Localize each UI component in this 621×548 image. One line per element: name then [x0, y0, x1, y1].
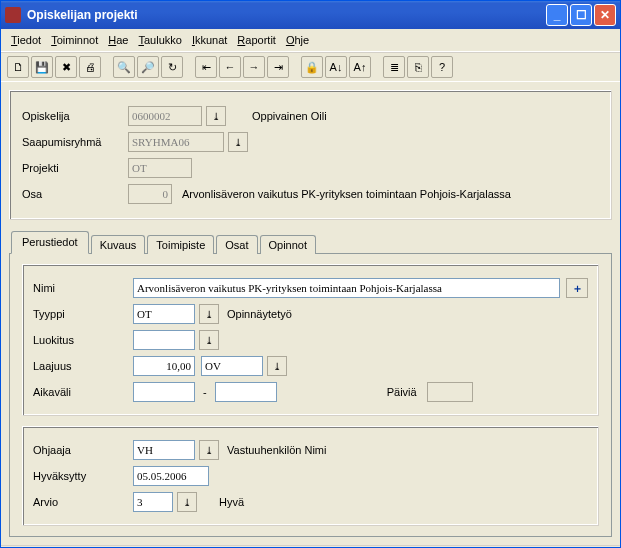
tyyppi-field[interactable] — [133, 304, 195, 324]
projekti-label: Projekti — [22, 162, 128, 174]
laajuus-field[interactable] — [133, 356, 195, 376]
nimi-field[interactable] — [133, 278, 560, 298]
aikavali-to-field[interactable] — [215, 382, 277, 402]
tb-first[interactable]: ⇤ — [195, 56, 217, 78]
tb-exit[interactable]: ⎘ — [407, 56, 429, 78]
tb-print[interactable]: 🖨 — [79, 56, 101, 78]
luokitus-field[interactable] — [133, 330, 195, 350]
evaluation-group: Ohjaaja ⤓ Vastuuhenkilön Nimi Hyväksytty… — [22, 426, 599, 526]
laajuus-label: Laajuus — [33, 360, 133, 372]
tab-perustiedot[interactable]: Perustiedot — [11, 231, 89, 254]
tab-toimipiste[interactable]: Toimipiste — [147, 235, 214, 254]
tb-delete[interactable]: ✖ — [55, 56, 77, 78]
tb-list[interactable]: ≣ — [383, 56, 405, 78]
aikavali-label: Aikaväli — [33, 386, 133, 398]
client-area: Opiskelija ⤓ Oppivainen Oili Saapumisryh… — [1, 82, 620, 545]
header-group: Opiskelija ⤓ Oppivainen Oili Saapumisryh… — [9, 90, 612, 220]
menu-ohje[interactable]: Ohje — [282, 32, 313, 48]
tab-panel-perustiedot: Nimi ＋ Tyyppi ⤓ Opinnäytetyö Luokitus ⤓ … — [9, 253, 612, 537]
menu-tiedot-label: iedot — [17, 34, 41, 46]
toolbar: 🗋 💾 ✖ 🖨 🔍 🔎 ↻ ⇤ ← → ⇥ 🔒 A↓ A↑ ≣ ⎘ ? — [1, 52, 620, 82]
tb-help[interactable]: ? — [431, 56, 453, 78]
laajuus-unit-lookup-button[interactable]: ⤓ — [267, 356, 287, 376]
menu-taulukko-label: aulukko — [144, 34, 182, 46]
close-button[interactable]: ✕ — [594, 4, 616, 26]
arvio-description: Hyvä — [219, 496, 244, 508]
luokitus-label: Luokitus — [33, 334, 133, 346]
ohjaaja-label: Ohjaaja — [33, 444, 133, 456]
laajuus-unit-field[interactable] — [201, 356, 263, 376]
nimi-add-button[interactable]: ＋ — [566, 278, 588, 298]
projekti-field — [128, 158, 192, 178]
tb-next[interactable]: → — [243, 56, 265, 78]
window-title: Opiskelijan projekti — [27, 8, 546, 22]
tb-prev[interactable]: ← — [219, 56, 241, 78]
menu-raportit-label: aportit — [245, 34, 276, 46]
arvio-lookup-button[interactable]: ⤓ — [177, 492, 197, 512]
tb-lock[interactable]: 🔒 — [301, 56, 323, 78]
hyvaksytty-field[interactable] — [133, 466, 209, 486]
minimize-button[interactable]: _ — [546, 4, 568, 26]
ohjaaja-field[interactable] — [133, 440, 195, 460]
osa-label: Osa — [22, 188, 128, 200]
saapumisryhma-field — [128, 132, 224, 152]
tb-sort-desc[interactable]: A↑ — [349, 56, 371, 78]
tyyppi-description: Opinnäytetyö — [227, 308, 292, 320]
arvio-label: Arvio — [33, 496, 133, 508]
tb-zoom-out[interactable]: 🔎 — [137, 56, 159, 78]
menu-toiminnot[interactable]: Toiminnot — [47, 32, 102, 48]
paivia-field — [427, 382, 473, 402]
nimi-label: Nimi — [33, 282, 133, 294]
menu-ohje-label: hje — [294, 34, 309, 46]
osa-description: Arvonlisäveron vaikutus PK-yrityksen toi… — [182, 188, 511, 200]
menu-raportit[interactable]: Raportit — [233, 32, 280, 48]
tyyppi-lookup-button[interactable]: ⤓ — [199, 304, 219, 324]
tab-osat[interactable]: Osat — [216, 235, 257, 254]
paivia-label: Päiviä — [387, 386, 417, 398]
tb-save[interactable]: 💾 — [31, 56, 53, 78]
ohjaaja-description: Vastuuhenkilön Nimi — [227, 444, 326, 456]
aikavali-from-field[interactable] — [133, 382, 195, 402]
tab-strip: Perustiedot Kuvaus Toimipiste Osat Opinn… — [9, 230, 612, 253]
menu-hae-label: ae — [116, 34, 128, 46]
osa-field — [128, 184, 172, 204]
tb-refresh[interactable]: ↻ — [161, 56, 183, 78]
menu-hae[interactable]: Hae — [104, 32, 132, 48]
arvio-field[interactable] — [133, 492, 173, 512]
tb-zoom-in[interactable]: 🔍 — [113, 56, 135, 78]
ohjaaja-lookup-button[interactable]: ⤓ — [199, 440, 219, 460]
maximize-button[interactable]: ☐ — [570, 4, 592, 26]
saapumisryhma-label: Saapumisryhmä — [22, 136, 128, 148]
details-group: Nimi ＋ Tyyppi ⤓ Opinnäytetyö Luokitus ⤓ … — [22, 264, 599, 416]
menu-ikkunat[interactable]: Ikkunat — [188, 32, 231, 48]
aikavali-separator: - — [203, 386, 207, 398]
saapumisryhma-lookup-button[interactable]: ⤓ — [228, 132, 248, 152]
title-bar: Opiskelijan projekti _ ☐ ✕ — [1, 1, 620, 29]
menu-taulukko[interactable]: Taulukko — [134, 32, 185, 48]
tb-last[interactable]: ⇥ — [267, 56, 289, 78]
app-icon — [5, 7, 21, 23]
menu-tiedot[interactable]: Tiedot — [7, 32, 45, 48]
tb-new[interactable]: 🗋 — [7, 56, 29, 78]
tyyppi-label: Tyyppi — [33, 308, 133, 320]
opiskelija-name: Oppivainen Oili — [252, 110, 327, 122]
menu-ikkunat-label: kkunat — [195, 34, 227, 46]
tb-sort-asc[interactable]: A↓ — [325, 56, 347, 78]
tab-kuvaus[interactable]: Kuvaus — [91, 235, 146, 254]
menu-toiminnot-label: oiminnot — [57, 34, 99, 46]
hyvaksytty-label: Hyväksytty — [33, 470, 133, 482]
opiskelija-lookup-button[interactable]: ⤓ — [206, 106, 226, 126]
menu-bar: Tiedot Toiminnot Hae Taulukko Ikkunat Ra… — [1, 29, 620, 52]
opiskelija-field — [128, 106, 202, 126]
tab-opinnot[interactable]: Opinnot — [260, 235, 317, 254]
opiskelija-label: Opiskelija — [22, 110, 128, 122]
luokitus-lookup-button[interactable]: ⤓ — [199, 330, 219, 350]
